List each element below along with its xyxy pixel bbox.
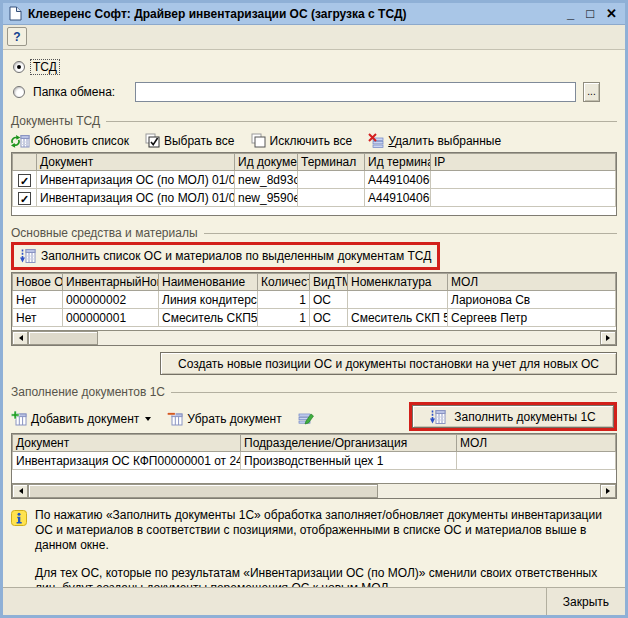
help-toolbar: ? xyxy=(3,25,625,50)
add-document-button[interactable]: Добавить документ xyxy=(11,411,151,426)
row-checkbox[interactable]: ✓ xyxy=(13,171,37,189)
table-cell[interactable] xyxy=(457,452,616,470)
document-icon xyxy=(9,6,22,21)
left-arrow-icon xyxy=(16,335,23,341)
row-checkbox[interactable]: ✓ xyxy=(13,189,37,207)
table-cell[interactable]: Сергеев Петр xyxy=(448,309,616,327)
fill-1c-documents-button[interactable]: Заполнить документы 1С xyxy=(412,405,614,428)
table-cell[interactable]: ОС xyxy=(310,309,348,327)
column-header[interactable]: МОЛ xyxy=(457,435,616,452)
table-cell[interactable]: 000000002 xyxy=(63,291,159,309)
fill-table-icon xyxy=(20,248,36,264)
tsd-radio-label[interactable]: ТСД xyxy=(31,60,59,74)
tsd-radio[interactable] xyxy=(13,61,25,73)
scroll-thumb[interactable] xyxy=(28,484,378,498)
table-cell[interactable] xyxy=(298,171,365,189)
exclude-all-label: Исключить все xyxy=(270,134,353,148)
column-header[interactable]: Подразделение/Организация xyxy=(241,435,457,452)
column-header[interactable]: Терминал xyxy=(298,154,365,171)
column-header[interactable]: Документ xyxy=(13,435,241,452)
assets-table: Новое ОСИнвентарныйНомерНаименованиеКоли… xyxy=(11,272,617,346)
select-all-button[interactable]: Выбрать все xyxy=(145,133,235,148)
table-cell[interactable]: Инвентаризация ОС (по МОЛ) 01/06/05 00:1… xyxy=(37,189,235,207)
scroll-right-button[interactable] xyxy=(600,331,616,345)
close-dialog-button[interactable]: Закрыть xyxy=(557,593,615,611)
scroll-right-button[interactable] xyxy=(600,484,616,498)
table-cell[interactable]: Нет xyxy=(13,291,63,309)
table-cell[interactable]: Ларионова Св xyxy=(448,291,616,309)
help-button[interactable]: ? xyxy=(7,27,27,46)
table-row[interactable]: ✓Инвентаризация ОС (по МОЛ) 01/06/05 00:… xyxy=(13,171,616,189)
scroll-left-button[interactable] xyxy=(12,331,28,345)
browse-button[interactable]: ... xyxy=(583,82,600,102)
maximize-icon[interactable]: □ xyxy=(586,7,594,21)
window-title: Клеверенс Софт: Драйвер инвентаризации О… xyxy=(28,7,567,21)
remove-document-button[interactable]: Убрать документ xyxy=(167,411,281,426)
column-header[interactable]: Наименование xyxy=(159,274,258,291)
docs1c-hscrollbar xyxy=(12,483,616,498)
scroll-thumb[interactable] xyxy=(28,331,98,345)
column-header[interactable]: Ид терминала xyxy=(365,154,431,171)
table-cell[interactable] xyxy=(431,189,616,207)
table-cell[interactable] xyxy=(348,291,448,309)
fill-document-tool-button[interactable] xyxy=(298,411,314,426)
right-arrow-icon xyxy=(606,488,613,494)
column-header[interactable]: Количество xyxy=(258,274,310,291)
select-all-icon xyxy=(145,133,160,148)
fill-assets-list-label: Заполнить список ОС и материалов по выде… xyxy=(41,249,431,263)
table-cell[interactable]: Инвентаризация ОС КФП00000001 от 24.03.2… xyxy=(13,452,241,470)
dropdown-arrow-icon xyxy=(145,417,151,424)
dialog-content: ТСД Папка обмена: ... Документы ТСД xyxy=(3,50,625,587)
exclude-all-button[interactable]: Исключить все xyxy=(251,133,353,148)
table-row[interactable]: ✓Инвентаризация ОС (по МОЛ) 01/06/05 00:… xyxy=(13,189,616,207)
delete-selected-button[interactable]: Удалить выбранные xyxy=(368,133,501,148)
column-header[interactable] xyxy=(13,154,37,171)
table-row[interactable]: Нет000000002Линия кондитерская1ОСЛарионо… xyxy=(13,291,616,309)
dialog-window: Клеверенс Софт: Драйвер инвентаризации О… xyxy=(0,0,628,618)
column-header[interactable]: МОЛ xyxy=(448,274,616,291)
right-arrow-icon xyxy=(606,335,613,341)
table-row[interactable]: Нет000000001Смеситель СКП5001ОССмеситель… xyxy=(13,309,616,327)
table-cell[interactable]: Смеситель СКП 500 xyxy=(348,309,448,327)
assets-section-title: Основные средства и материалы xyxy=(11,226,198,240)
table-cell[interactable]: Производственный цех 1 xyxy=(241,452,457,470)
table-cell[interactable] xyxy=(298,189,365,207)
column-header[interactable]: ВидТМЦ xyxy=(310,274,348,291)
table-cell[interactable]: ОС xyxy=(310,291,348,309)
edit-lines-icon xyxy=(298,411,314,426)
table-cell[interactable] xyxy=(431,171,616,189)
exchange-folder-input[interactable] xyxy=(135,82,576,102)
table-cell[interactable]: new_9590ee... xyxy=(235,189,298,207)
close-icon[interactable]: ✕ xyxy=(606,7,617,21)
section-divider xyxy=(204,233,617,234)
column-header[interactable]: Новое ОС xyxy=(13,274,63,291)
exchange-folder-label[interactable]: Папка обмена: xyxy=(31,85,129,99)
refresh-list-button[interactable]: Обновить список xyxy=(11,134,129,148)
table-cell[interactable]: 1 xyxy=(258,309,310,327)
info-paragraph-2: Для тех ОС, которые по результатам «Инве… xyxy=(35,566,617,587)
column-header[interactable]: Номенклатура xyxy=(348,274,448,291)
table-cell[interactable]: A4491040600... xyxy=(365,171,431,189)
table-cell[interactable]: A4491040600... xyxy=(365,189,431,207)
minimize-icon[interactable]: _ xyxy=(567,7,574,21)
column-header[interactable]: Ид документа xyxy=(235,154,298,171)
docs1c-table: ДокументПодразделение/ОрганизацияМОЛИнве… xyxy=(11,433,617,499)
add-document-label: Добавить документ xyxy=(31,412,139,426)
column-header[interactable]: Документ xyxy=(37,154,235,171)
table-cell[interactable]: Смеситель СКП500 xyxy=(159,309,258,327)
table-cell[interactable]: Нет xyxy=(13,309,63,327)
column-header[interactable]: ИнвентарныйНомер xyxy=(63,274,159,291)
column-header[interactable]: IP xyxy=(431,154,616,171)
section-divider xyxy=(106,121,617,122)
create-new-assets-button[interactable]: Создать новые позиции ОС и документы пос… xyxy=(160,352,617,375)
table-cell[interactable]: 000000001 xyxy=(63,309,159,327)
fill-assets-list-button[interactable]: Заполнить список ОС и материалов по выде… xyxy=(14,245,437,267)
table-row[interactable]: Инвентаризация ОС КФП00000001 от 24.03.2… xyxy=(13,452,616,470)
scroll-left-button[interactable] xyxy=(12,484,28,498)
table-cell[interactable]: new_8d93c6... xyxy=(235,171,298,189)
table-cell[interactable]: Инвентаризация ОС (по МОЛ) 01/06/05 00:1… xyxy=(37,171,235,189)
add-document-icon xyxy=(11,411,27,426)
table-cell[interactable]: 1 xyxy=(258,291,310,309)
exchange-folder-radio[interactable] xyxy=(13,86,25,98)
table-cell[interactable]: Линия кондитерская xyxy=(159,291,258,309)
